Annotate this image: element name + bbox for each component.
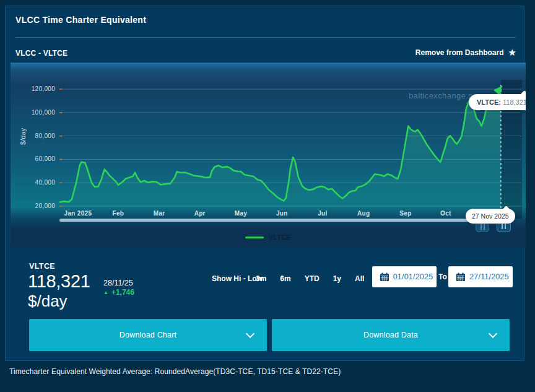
to-label: To (438, 272, 447, 281)
stat-change: ▲ +1,746 (103, 288, 134, 297)
chart-scrollbar[interactable] (59, 219, 479, 222)
date-from-input[interactable]: 01/01/2025 (372, 266, 437, 287)
chart-subtitle: VLCC - VLTCE (15, 49, 67, 58)
title-divider (15, 37, 516, 38)
date-to-value: 27/11/2025 (466, 272, 513, 281)
stat-latest-value: 118,321 (28, 271, 90, 292)
remove-from-dashboard-button[interactable]: Remove from Dashboard ★ (415, 48, 516, 57)
x-tick-jul: Jul (318, 210, 327, 217)
tooltip-value: 118,321 (503, 98, 526, 106)
x-tick-sep: Sep (399, 210, 411, 217)
x-tick-feb: Feb (112, 210, 124, 217)
calendar-icon (456, 272, 466, 282)
download-chart-label: Download Chart (120, 331, 176, 339)
range-button-1y[interactable]: 1y (333, 274, 341, 283)
range-button-ytd[interactable]: YTD (305, 274, 320, 283)
chevron-down-icon (489, 329, 497, 338)
value-tooltip: VLTCE: 118,321 (469, 94, 526, 110)
star-icon[interactable]: ★ (508, 48, 516, 57)
remove-from-dashboard-label: Remove from Dashboard (415, 48, 504, 57)
tooltip-series-label: VLTCE: (477, 98, 501, 106)
stat-date: 28/11/25 (103, 279, 133, 287)
chevron-down-icon (246, 329, 254, 338)
y-tick-40000: 40,000 (11, 179, 55, 186)
legend-label: VLTCE (269, 233, 292, 241)
x-tick-jan-2025: Jan 2025 (64, 210, 92, 217)
y-tick-120000: 120,000 (11, 85, 55, 92)
footnote: Timecharter Equivalent Weighted Average:… (9, 367, 341, 376)
range-button-6m[interactable]: 6m (280, 274, 290, 283)
range-button-all[interactable]: All (355, 274, 364, 283)
page-title: VLCC Time Charter Equivalent (15, 15, 146, 25)
range-selector: 3m6mYTD1yAll (256, 274, 364, 283)
x-tick-jun: Jun (276, 210, 288, 217)
dashboard-page: VLCC Time Charter Equivalent VLCC - VLTC… (0, 0, 535, 392)
y-tick-100000: 100,000 (11, 109, 55, 116)
date-to-input[interactable]: 27/11/2025 (448, 266, 513, 287)
y-tick-20000: 20,000 (11, 203, 55, 209)
x-tick-aug: Aug (357, 210, 370, 217)
calendar-icon (380, 272, 389, 282)
show-hi-low-toggle[interactable]: Show Hi - Low (212, 274, 263, 283)
chart-area: $/day 20,00040,00060,00080,000100,000120… (11, 63, 526, 247)
x-tick-oct: Oct (440, 210, 451, 217)
range-button-3m[interactable]: 3m (256, 274, 266, 283)
date-from-value: 01/01/2025 (389, 272, 437, 281)
cursor-date-tooltip: 27 Nov 2025 (466, 209, 515, 224)
y-tick-60000: 60,000 (11, 155, 55, 162)
download-chart-button[interactable]: Download Chart (29, 319, 267, 351)
download-data-label: Download Data (363, 331, 418, 339)
legend-item-vltce[interactable]: VLTCE (11, 233, 526, 241)
legend-swatch (245, 237, 264, 238)
x-tick-mar: Mar (154, 210, 165, 217)
plot-canvas[interactable] (59, 80, 521, 217)
x-tick-apr: Apr (194, 210, 206, 217)
y-tick-80000: 80,000 (11, 133, 55, 139)
stat-change-value: +1,746 (111, 288, 134, 297)
stat-unit: $/day (28, 292, 67, 311)
x-tick-may: May (235, 210, 247, 217)
up-triangle-icon: ▲ (103, 290, 108, 295)
download-data-button[interactable]: Download Data (272, 319, 510, 351)
widget-panel: VLCC Time Charter Equivalent VLCC - VLTC… (5, 6, 524, 361)
stat-series-name: VLTCE (29, 262, 55, 271)
